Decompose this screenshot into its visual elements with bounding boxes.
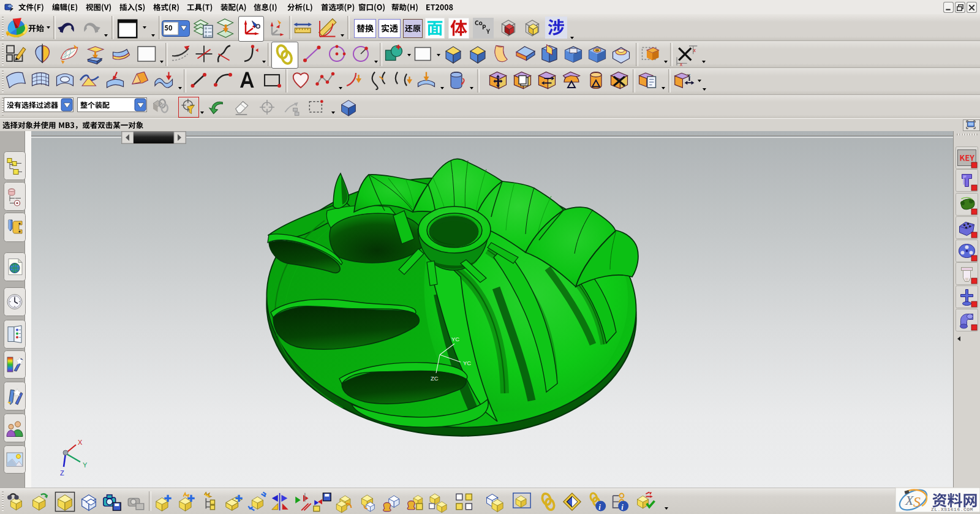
svg-text:i: i — [598, 503, 601, 512]
svg-text:YC: YC — [463, 360, 471, 366]
svg-text:ZL.XS1616.COM: ZL.XS1616.COM — [931, 507, 973, 512]
svg-text:X: X — [78, 439, 83, 446]
svg-text:S: S — [913, 494, 921, 510]
svg-text:YC: YC — [451, 336, 459, 342]
svg-text:Y: Y — [83, 461, 88, 469]
svg-text:ZC: ZC — [431, 375, 439, 382]
svg-text:Z: Z — [60, 469, 64, 477]
svg-text:i: i — [621, 503, 624, 512]
